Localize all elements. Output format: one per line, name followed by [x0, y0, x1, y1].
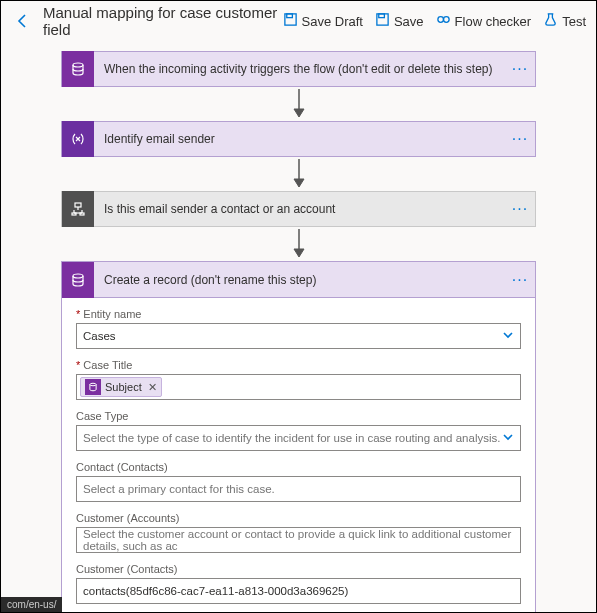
- entity-name-value: Cases: [83, 330, 116, 342]
- svg-rect-10: [72, 213, 76, 215]
- customer-acc-input[interactable]: Select the customer account or contact t…: [76, 527, 521, 553]
- flow-checker-label: Flow checker: [455, 14, 532, 29]
- subject-chip[interactable]: Subject ✕: [80, 377, 162, 397]
- toolbar: Save Draft Save Flow checker Test: [283, 12, 586, 30]
- page-title: Manual mapping for case customer field: [43, 4, 283, 38]
- entity-name-label: Entity name: [76, 308, 521, 320]
- save-button[interactable]: Save: [375, 12, 424, 30]
- customer-acc-label: Customer (Accounts): [76, 512, 521, 524]
- svg-rect-9: [75, 203, 81, 207]
- save-draft-label: Save Draft: [302, 14, 363, 29]
- svg-rect-3: [379, 14, 385, 18]
- database-icon: [62, 51, 94, 87]
- test-button[interactable]: Test: [543, 12, 586, 30]
- step-create-record[interactable]: Create a record (don't rename this step)…: [62, 262, 535, 298]
- step-trigger[interactable]: When the incoming activity triggers the …: [61, 51, 536, 87]
- svg-point-4: [437, 17, 443, 23]
- flow-canvas: When the incoming activity triggers the …: [1, 41, 596, 613]
- test-label: Test: [562, 14, 586, 29]
- step-menu-icon[interactable]: ···: [505, 130, 535, 148]
- case-type-select[interactable]: Select the type of case to identify the …: [76, 425, 521, 451]
- customer-con-label: Customer (Contacts): [76, 563, 521, 575]
- connector-arrow: [61, 157, 536, 191]
- field-customer-accounts: Customer (Accounts) Select the customer …: [76, 512, 521, 553]
- case-title-label: Case Title: [76, 359, 521, 371]
- case-type-label: Case Type: [76, 410, 521, 422]
- customer-acc-placeholder: Select the customer account or contact t…: [83, 528, 514, 552]
- svg-rect-1: [286, 14, 292, 18]
- field-contact: Contact (Contacts) Select a primary cont…: [76, 461, 521, 502]
- flow-checker-icon: [436, 12, 451, 30]
- step-create-record-panel: Create a record (don't rename this step)…: [61, 261, 536, 613]
- step-condition-label: Is this email sender a contact or an acc…: [94, 202, 505, 216]
- svg-point-14: [90, 383, 96, 386]
- entity-name-select[interactable]: Cases: [76, 323, 521, 349]
- save-label: Save: [394, 14, 424, 29]
- case-type-placeholder: Select the type of case to identify the …: [83, 432, 500, 444]
- condition-icon: [62, 191, 94, 227]
- database-icon: [85, 379, 101, 395]
- customer-con-value: contacts(85df6c86-cac7-ea11-a813-000d3a3…: [83, 585, 348, 597]
- connector-arrow: [61, 87, 536, 121]
- step-condition[interactable]: Is this email sender a contact or an acc…: [61, 191, 536, 227]
- step-menu-icon[interactable]: ···: [505, 271, 535, 289]
- step-create-label: Create a record (don't rename this step): [94, 273, 505, 287]
- field-customer-contacts: Customer (Contacts) contacts(85df6c86-ca…: [76, 563, 521, 604]
- contact-placeholder: Select a primary contact for this case.: [83, 483, 275, 495]
- header-bar: Manual mapping for case customer field S…: [1, 1, 596, 41]
- database-icon: [62, 262, 94, 298]
- contact-input[interactable]: Select a primary contact for this case.: [76, 476, 521, 502]
- chip-remove-icon[interactable]: ✕: [146, 381, 157, 394]
- field-case-title: Case Title Subject ✕: [76, 359, 521, 400]
- customer-con-input[interactable]: contacts(85df6c86-cac7-ea11-a813-000d3a3…: [76, 578, 521, 604]
- svg-point-5: [443, 17, 449, 23]
- create-record-body: Entity name Cases Case Title Subject: [62, 298, 535, 613]
- status-bar: com/en-us/: [1, 597, 62, 612]
- case-title-input[interactable]: Subject ✕: [76, 374, 521, 400]
- field-entity-name: Entity name Cases: [76, 308, 521, 349]
- step-menu-icon[interactable]: ···: [505, 200, 535, 218]
- field-case-type: Case Type Select the type of case to ide…: [76, 410, 521, 451]
- connector-arrow: [61, 227, 536, 261]
- test-icon: [543, 12, 558, 30]
- svg-point-6: [73, 63, 83, 67]
- back-icon[interactable]: [15, 13, 31, 29]
- step-identify-sender[interactable]: Identify email sender ···: [61, 121, 536, 157]
- svg-point-13: [73, 274, 83, 278]
- flow-checker-button[interactable]: Flow checker: [436, 12, 532, 30]
- save-draft-button[interactable]: Save Draft: [283, 12, 363, 30]
- svg-rect-11: [80, 213, 84, 215]
- step-identify-label: Identify email sender: [94, 132, 505, 146]
- step-trigger-label: When the incoming activity triggers the …: [94, 62, 505, 76]
- step-menu-icon[interactable]: ···: [505, 60, 535, 78]
- chevron-down-icon: [502, 431, 514, 445]
- save-draft-icon: [283, 12, 298, 30]
- contact-label: Contact (Contacts): [76, 461, 521, 473]
- chip-label: Subject: [105, 381, 142, 393]
- save-icon: [375, 12, 390, 30]
- variable-icon: [62, 121, 94, 157]
- chevron-down-icon: [502, 329, 514, 343]
